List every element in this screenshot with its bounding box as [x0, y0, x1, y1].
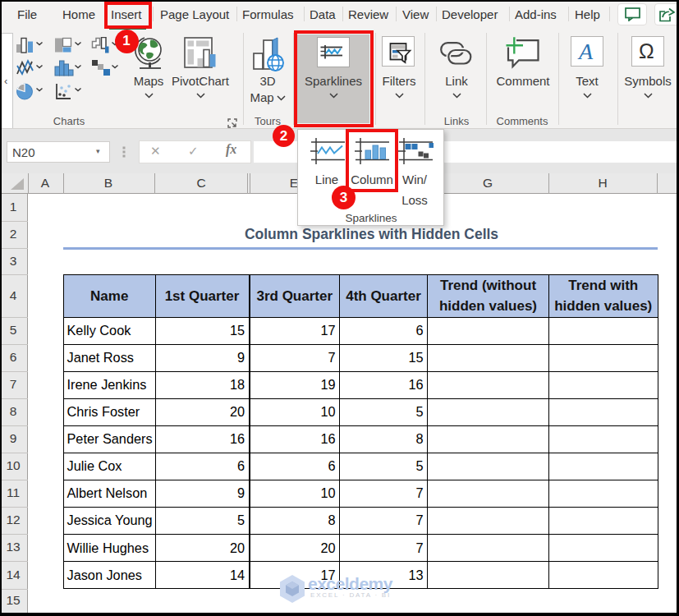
svg-text:A: A: [577, 39, 594, 64]
svg-text:Ω: Ω: [639, 39, 654, 62]
